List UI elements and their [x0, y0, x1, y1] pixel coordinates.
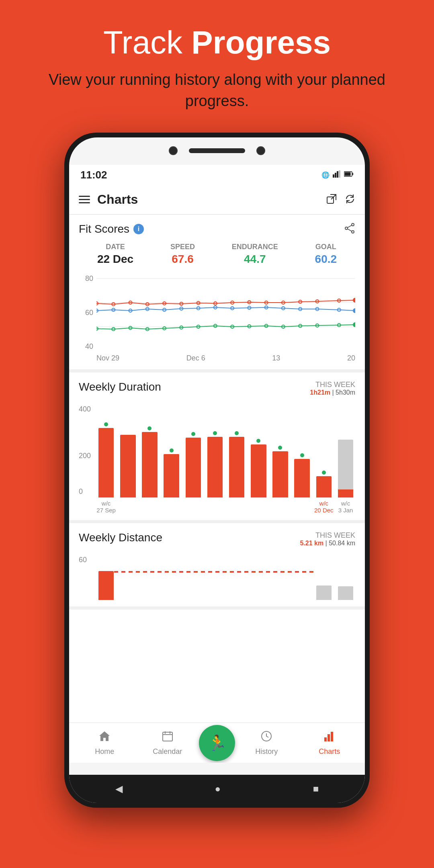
- bar-y-zero: 0: [79, 487, 83, 496]
- back-button[interactable]: ◀: [115, 783, 123, 794]
- bar-3: [140, 401, 159, 497]
- bar-xlabel-6: [205, 500, 225, 514]
- charts-nav-icon: [323, 730, 336, 745]
- weekly-distance-title: Weekly Distance: [79, 531, 162, 544]
- bar-1-dot: [104, 422, 108, 426]
- nav-run-fab[interactable]: 🏃: [199, 725, 235, 761]
- home-nav-icon: [98, 730, 111, 745]
- nav-charts[interactable]: Charts: [298, 730, 361, 756]
- date-label: DATE: [97, 243, 133, 251]
- nav-home[interactable]: Home: [73, 730, 136, 756]
- bar-xlabel-12: w/c 3 Jan: [336, 500, 355, 514]
- menu-icon[interactable]: [79, 196, 90, 203]
- dist-this-week-label: THIS WEEK: [315, 531, 355, 539]
- goal-label: GOAL: [315, 243, 337, 251]
- dist-bar-2: [118, 552, 137, 600]
- svg-rect-0: [333, 174, 334, 178]
- y-label-80: 80: [79, 274, 93, 283]
- svg-point-32: [353, 298, 355, 303]
- bar-6-dot: [213, 431, 217, 435]
- duration-total: 5h30m: [336, 389, 355, 396]
- svg-point-9: [352, 223, 354, 226]
- x-label-13: 13: [272, 354, 280, 362]
- line-chart-area: Nov 29 Dec 6 13 20: [96, 274, 355, 351]
- svg-point-10: [345, 227, 348, 229]
- home-nav-label: Home: [95, 747, 114, 756]
- bar-xlabel-11: w/c 20 Dec: [314, 500, 334, 514]
- distance-bars-partial: [96, 552, 355, 600]
- svg-rect-71: [328, 734, 330, 741]
- page-wrapper: Track Progress View your running history…: [0, 0, 434, 128]
- charts-nav-label: Charts: [319, 747, 340, 756]
- app-title: Charts: [97, 192, 138, 207]
- app-content: Charts: [69, 185, 365, 763]
- bar-7-dot: [235, 431, 239, 435]
- dist-bar-11-fill: [316, 585, 332, 600]
- bar-xlabel-2: [118, 500, 137, 514]
- bar-xlabel-1a: w/c: [96, 500, 116, 507]
- duration-current: 1h21m: [310, 389, 330, 396]
- bar-3-dot: [147, 426, 151, 430]
- fit-scores-section: Fit Scores i DA: [69, 215, 365, 373]
- line-chart-svg: [96, 274, 355, 351]
- bar-4: [162, 401, 181, 497]
- x-label-nov29: Nov 29: [96, 354, 119, 362]
- scrollable-content[interactable]: Fit Scores i DA: [69, 215, 365, 748]
- refresh-icon[interactable]: [345, 194, 355, 206]
- dist-bar-4: [162, 552, 181, 600]
- bar-y-top: 400: [79, 405, 91, 414]
- nav-calendar[interactable]: Calendar: [136, 730, 199, 756]
- page-subtitle: View your running history along with you…: [32, 69, 402, 112]
- duration-separator: |: [332, 389, 336, 396]
- run-fab-icon: 🏃: [208, 734, 227, 752]
- bar-9: [270, 401, 290, 497]
- calendar-nav-icon: [162, 730, 174, 745]
- bar-xlabel-12b: 3 Jan: [336, 507, 355, 514]
- battery-icon: [344, 171, 354, 178]
- phone-camera-area: [69, 146, 365, 155]
- dist-separator: |: [326, 540, 329, 547]
- bar-5-dot: [191, 432, 195, 436]
- this-week-label: THIS WEEK: [315, 381, 355, 389]
- y-label-40: 40: [79, 342, 93, 351]
- bar-xlabel-11b: 20 Dec: [314, 507, 334, 514]
- bar-xlabel-10: [293, 500, 312, 514]
- signal-icon: [333, 170, 341, 179]
- status-icons: 🌐: [321, 170, 354, 179]
- weekly-duration-chart: 400 200 0: [79, 401, 355, 514]
- svg-rect-72: [331, 732, 333, 741]
- page-title: Track Progress: [32, 24, 402, 61]
- bar-xlabel-11a: w/c: [314, 500, 334, 507]
- endurance-value: 44.7: [244, 253, 266, 265]
- bar-y-mid: 200: [79, 452, 91, 460]
- home-button[interactable]: ●: [215, 783, 221, 794]
- bar-8: [249, 401, 268, 497]
- dist-bar-11: [314, 552, 334, 600]
- fit-scores-info-icon[interactable]: i: [133, 224, 144, 234]
- bar-x-labels: w/c 27 Sep: [96, 500, 355, 514]
- camera-dot-1: [169, 146, 178, 155]
- bar-12-partial: [338, 489, 354, 497]
- svg-rect-70: [324, 737, 327, 741]
- dist-bar-12-fill: [338, 586, 354, 600]
- x-label-dec6: Dec 6: [186, 354, 205, 362]
- speaker-bar: [189, 148, 245, 153]
- weekly-duration-title: Weekly Duration: [79, 381, 161, 393]
- bar-9-fill: [272, 451, 288, 497]
- app-header-bar: Charts: [69, 185, 365, 215]
- fit-scores-share-icon[interactable]: [344, 223, 355, 235]
- svg-rect-6: [352, 173, 353, 175]
- external-link-icon[interactable]: [326, 194, 337, 206]
- phone-frame: 11:02 🌐: [64, 133, 370, 808]
- fit-scores-title-area: Fit Scores i: [79, 223, 144, 235]
- weekly-duration-meta: THIS WEEK 1h21m | 5h30m: [310, 381, 355, 396]
- bar-6-fill: [207, 437, 223, 497]
- y-label-60: 60: [79, 309, 93, 317]
- nav-history[interactable]: History: [235, 730, 298, 756]
- title-bold: Progress: [191, 25, 331, 60]
- recents-button[interactable]: ■: [313, 783, 319, 794]
- dist-bar-8: [249, 552, 268, 600]
- bar-xlabel-1b: 27 Sep: [96, 507, 116, 514]
- svg-line-12: [348, 225, 352, 228]
- globe-icon: 🌐: [321, 171, 330, 179]
